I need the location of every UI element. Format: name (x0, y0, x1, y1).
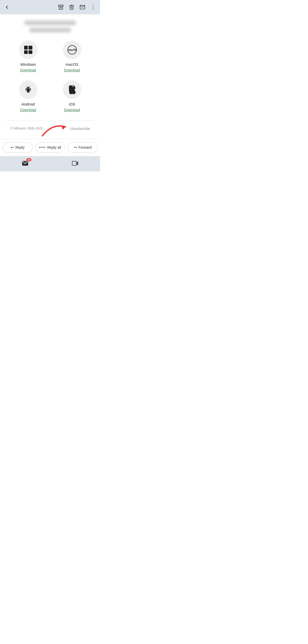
svg-point-3 (93, 5, 94, 6)
bottom-nav-mail[interactable]: 30 (22, 160, 29, 167)
ios-icon-circle (63, 80, 81, 99)
ios-download-link[interactable]: Download (64, 108, 80, 112)
delete-button[interactable] (69, 4, 74, 10)
svg-line-9 (29, 86, 30, 87)
reply-all-icon: ↩↩ (39, 145, 46, 150)
bottom-nav-video[interactable] (72, 160, 79, 167)
reply-all-button[interactable]: ↩↩ Reply all (35, 142, 65, 153)
reply-button[interactable]: ↩ Reply (3, 142, 33, 153)
reply-icon: ↩ (11, 145, 14, 150)
archive-button[interactable] (58, 4, 64, 10)
svg-rect-0 (59, 5, 63, 6)
top-bar (0, 0, 100, 14)
windows-download-item: Windows Download (9, 41, 47, 72)
email-footer: © AdGuard, 2009–2022 Unsubscribe (5, 120, 95, 135)
arrow-annotation (40, 118, 71, 138)
mark-mail-button[interactable] (80, 4, 85, 10)
mail-badge: 30 (26, 158, 31, 161)
android-download-item: Android Download (9, 80, 47, 112)
windows-icon-circle (19, 41, 37, 59)
ios-label: iOS (69, 102, 75, 106)
android-icon-circle (19, 80, 37, 99)
svg-line-8 (26, 86, 27, 87)
android-label: Android (22, 102, 35, 106)
forward-button[interactable]: ↪ Forward (68, 142, 98, 153)
windows-download-link[interactable]: Download (20, 68, 36, 72)
forward-icon: ↪ (74, 145, 77, 150)
svg-rect-12 (72, 161, 76, 165)
windows-label: Windows (20, 62, 36, 67)
android-icon (24, 85, 33, 94)
macos-download-link[interactable]: Download (64, 68, 80, 72)
svg-point-5 (93, 8, 94, 9)
email-header-blurred (5, 21, 95, 32)
email-body: Windows Download macOS macOS Download (0, 14, 100, 139)
android-download-link[interactable]: Download (20, 108, 36, 112)
bottom-nav: 30 (0, 156, 100, 172)
svg-marker-10 (61, 125, 65, 130)
svg-point-7 (28, 88, 29, 88)
more-button[interactable] (90, 4, 96, 10)
svg-point-6 (27, 88, 28, 88)
reply-all-label: Reply all (47, 145, 61, 149)
action-buttons-bar: ↩ Reply ↩↩ Reply all ↪ Forward (0, 139, 100, 156)
macos-icon: macOS (68, 45, 77, 54)
back-button[interactable] (4, 4, 10, 10)
copyright-text: © AdGuard, 2009–2022 (10, 127, 43, 130)
platform-grid: Windows Download macOS macOS Download (5, 41, 95, 112)
macos-label: macOS (65, 62, 78, 67)
forward-label: Forward (79, 145, 92, 149)
blurred-sender (24, 21, 76, 25)
svg-point-4 (93, 7, 94, 8)
macos-icon-circle: macOS (63, 41, 81, 59)
video-nav-icon (72, 160, 79, 167)
mail-icon-wrap: 30 (22, 160, 29, 167)
macos-download-item: macOS macOS Download (53, 41, 91, 72)
blurred-subject (30, 28, 71, 32)
windows-icon (24, 46, 32, 54)
ios-download-item: iOS Download (53, 80, 91, 112)
apple-icon (68, 85, 76, 94)
reply-label: Reply (15, 145, 25, 149)
unsubscribe-link[interactable]: Unsubscribe (70, 127, 90, 131)
